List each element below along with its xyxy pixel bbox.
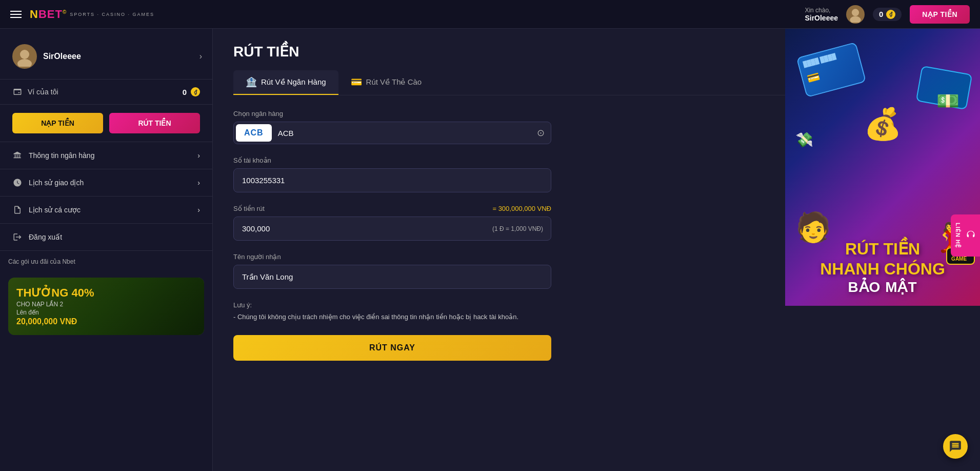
main-layout: SirOleeee › Ví của tôi 0 ₫ NẠP TIỀN RÚT … [0, 29, 980, 471]
sidebar-user-section: SirOleeee › [0, 39, 212, 80]
recipient-input[interactable] [233, 265, 551, 289]
banner-dollar-2: 💸 [795, 131, 813, 148]
amount-row: Số tiền rút = 300,000,000 VNĐ [233, 205, 551, 212]
balance-value: 0 [879, 10, 883, 18]
page-title: RÚT TIỀN [233, 43, 299, 60]
wallet-label: Ví của tôi [28, 88, 58, 96]
amount-group: Số tiền rút = 300,000,000 VNĐ (1 Đ = 1,0… [233, 205, 551, 241]
logo-text: NBET© [30, 8, 67, 21]
tx-history-arrow: › [197, 179, 200, 187]
menu-item-bet-history-left: Lịch sử cá cược [12, 205, 81, 215]
amount-hint: = 300,000,000 VNĐ [492, 205, 551, 212]
tx-history-icon [12, 178, 23, 188]
bank-info-icon [12, 150, 23, 161]
wallet-coin-icon: ₫ [191, 87, 200, 96]
sidebar-wallet: Ví của tôi 0 ₫ [0, 80, 212, 105]
bank-select-wrapper[interactable]: ACB ACB ⊙ [233, 122, 551, 144]
promo-up-to: Lên đến [16, 309, 94, 316]
withdrawal-form: Chọn ngân hàng ACB ACB ⊙ Số tài khoản Số… [233, 110, 551, 361]
action-buttons: NẠP TIỀN RÚT TIỀN [0, 105, 212, 142]
sidebar-nap-tien-button[interactable]: NẠP TIỀN [12, 113, 103, 133]
bank-logo-badge: ACB [236, 124, 272, 142]
menu-item-tx-history-left: Lịch sử giao dịch [12, 178, 84, 188]
headphone-icon [966, 230, 976, 241]
logout-icon [12, 232, 23, 242]
wallet-icon [12, 87, 23, 97]
sidebar-item-bet-history[interactable]: Lịch sử cá cược › [0, 197, 212, 224]
promo-percent: THƯỞNG 40% [16, 286, 94, 300]
user-greeting: Xin chào, [805, 7, 838, 14]
logo-circle: © [63, 9, 67, 14]
bank-select-label: Chọn ngân hàng [233, 110, 551, 117]
promo-text: THƯỞNG 40% CHO NẠP LẦN 2 Lên đến 20,000,… [16, 286, 94, 326]
svg-point-3 [17, 59, 32, 67]
promo-sub: CHO NẠP LẦN 2 [16, 301, 94, 308]
note-title: Lưu ý: [233, 301, 551, 309]
account-number-label: Số tài khoản [233, 156, 551, 164]
bank-dropdown-icon[interactable]: ⊙ [537, 127, 545, 139]
banner-text-line1: RÚT TIỀN [820, 239, 945, 259]
sidebar-item-bank-info[interactable]: Thông tin ngân hàng › [0, 142, 212, 169]
main-content: RÚT TIỀN Hướng dẫn cách rút tiền > 🏦 Rút… [213, 29, 980, 471]
promo-amount: 20,000,000 VNĐ [16, 317, 94, 326]
bank-tab-icon: 🏦 [246, 76, 257, 88]
coin-icon: ₫ [886, 10, 895, 19]
sidebar-username: SirOleeee [43, 52, 81, 61]
menu-item-logout-left: Đăng xuất [12, 232, 62, 242]
sidebar-rut-tien-button[interactable]: RÚT TIỀN [109, 113, 200, 133]
chat-bubble-button[interactable] [943, 434, 968, 459]
bet-history-label: Lịch sử cá cược [29, 206, 81, 214]
banner-text-line3: BẢO MẬT [820, 279, 945, 296]
chat-icon [949, 440, 962, 453]
bet-history-arrow: › [197, 206, 200, 214]
user-info: Xin chào, SirOleeee [805, 7, 838, 22]
sidebar-item-logout[interactable]: Đăng xuất [0, 224, 212, 251]
support-button[interactable]: LIÊN HỆ [951, 214, 980, 257]
banner-money-icon: 💰 [864, 106, 902, 142]
banner-dollar-1: 💵 [936, 90, 959, 112]
sidebar-item-transaction-history[interactable]: Lịch sử giao dịch › [0, 169, 212, 197]
hamburger-menu[interactable] [10, 11, 22, 18]
card-tab-icon: 💳 [351, 76, 362, 88]
topnav-right: Xin chào, SirOleeee 0 ₫ NẠP TIỀN [805, 5, 970, 24]
logo-tagline: SPORTS · CASINO · GAMES [70, 12, 154, 17]
wallet-balance: 0 [183, 88, 187, 96]
wallet-left: Ví của tôi [12, 87, 58, 97]
banner-text-line2: NHANH CHÓNG [820, 259, 945, 279]
sidebar: SirOleeee › Ví của tôi 0 ₫ NẠP TIỀN RÚT … [0, 29, 213, 471]
account-number-group: Số tài khoản [233, 156, 551, 192]
wallet-right: 0 ₫ [183, 87, 200, 96]
topnav-avatar [846, 5, 865, 24]
menu-item-bank-info-left: Thông tin ngân hàng [12, 150, 94, 161]
topnav: NBET© SPORTS · CASINO · GAMES Xin chào, … [0, 0, 980, 29]
bank-info-arrow: › [197, 151, 200, 160]
submit-button[interactable]: RÚT NGAY [233, 335, 551, 361]
amount-input-row: (1 Đ = 1,000 VNĐ) [233, 217, 551, 241]
note-section: Lưu ý: - Chúng tôi không chịu trách nhiệ… [233, 301, 551, 323]
account-number-input[interactable] [233, 168, 551, 192]
tab-card[interactable]: 💳 Rút Về Thẻ Cào [338, 70, 434, 95]
banner-image: ████ ████ 💳 💰 💵 💸 🧑 💃 RÚT TIỀN NHANH CHÓ… [785, 29, 980, 306]
decoration-card-1: ████ ████ 💳 [796, 42, 867, 97]
promo-banner[interactable]: THƯỞNG 40% CHO NẠP LẦN 2 Lên đến 20,000,… [8, 278, 204, 335]
recipient-label: Tên người nhận [233, 253, 551, 261]
sidebar-arrow-icon: › [199, 52, 202, 61]
svg-point-1 [850, 16, 861, 22]
support-label: LIÊN HỆ [955, 223, 962, 248]
bank-name: ACB [278, 129, 537, 138]
logo: NBET© SPORTS · CASINO · GAMES [30, 8, 154, 21]
balance-box: 0 ₫ [873, 8, 902, 21]
topnav-username: SirOleeee [805, 14, 838, 22]
bank-info-label: Thông tin ngân hàng [29, 151, 94, 160]
tab-bank-label: Rút Về Ngân Hàng [261, 77, 326, 87]
tx-history-label: Lịch sử giao dịch [29, 179, 84, 187]
tab-bank[interactable]: 🏦 Rút Về Ngân Hàng [233, 70, 338, 95]
sidebar-avatar [12, 44, 37, 69]
topnav-nap-tien-button[interactable]: NẠP TIỀN [910, 5, 970, 24]
amount-label: Số tiền rút [233, 205, 265, 212]
svg-point-2 [20, 50, 29, 59]
tab-card-label: Rút Về Thẻ Cào [366, 77, 422, 87]
logout-label: Đăng xuất [29, 233, 62, 241]
topnav-left: NBET© SPORTS · CASINO · GAMES [10, 8, 154, 21]
promo-section-label: Các gói ưu đãi của Nbet [8, 258, 75, 265]
